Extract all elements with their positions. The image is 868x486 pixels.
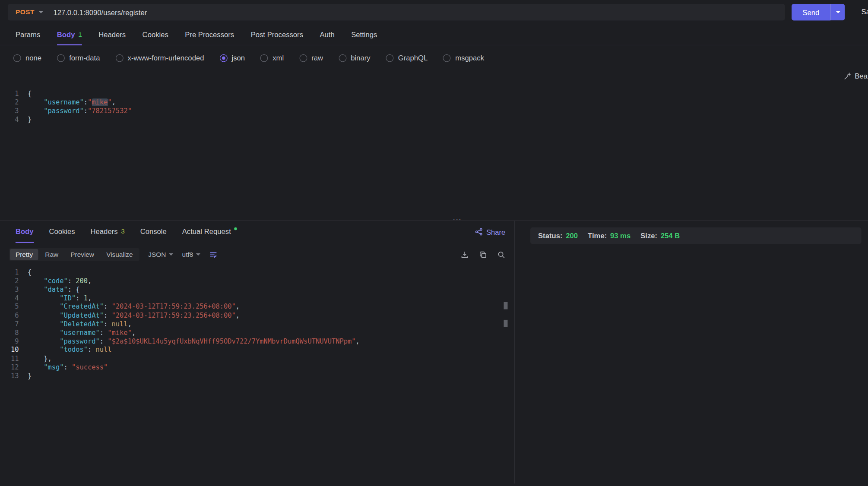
line-number: 7 (0, 320, 19, 329)
request-bar: POST 127.0.0.1:8090/users/register Send … (0, 0, 868, 24)
tab-label: Cookies (49, 227, 75, 235)
api-client-window: POST 127.0.0.1:8090/users/register Send … (0, 0, 868, 486)
code-line: "CreatedAt": "2024-03-12T17:59:23.256+08… (28, 303, 514, 312)
beautify-icon (844, 72, 852, 80)
line-number: 13 (0, 372, 19, 381)
code-token: : (104, 312, 112, 319)
body-type-json[interactable]: json (219, 54, 245, 62)
tab-settings[interactable]: Settings (351, 24, 377, 45)
size-value: 254 B (661, 231, 680, 240)
tab-label: Pre Processors (185, 30, 234, 38)
time-value: 93 ms (610, 231, 630, 240)
radio-icon (260, 54, 268, 62)
radio-icon (299, 54, 307, 62)
line-number: 11 (0, 355, 19, 363)
code-token: } (28, 116, 32, 123)
beautify-button[interactable]: Beautify (844, 72, 868, 80)
code-token: , (132, 329, 136, 337)
code-line: }, (28, 355, 514, 363)
radio-label: none (25, 54, 41, 62)
code-token: "CreatedAt" (60, 303, 104, 311)
response-tab-actual-request[interactable]: Actual Request (182, 221, 237, 243)
response-toolbar: PrettyRawPreviewVisualize JSON utf8 (9, 246, 506, 262)
code-token: : (100, 338, 108, 345)
search-icon[interactable] (497, 250, 505, 259)
body-type-none[interactable]: none (13, 54, 41, 62)
body-type-raw[interactable]: raw (299, 54, 323, 62)
body-type-options: noneform-datax-www-form-urlencodedjsonxm… (0, 45, 868, 67)
body-type-graphql[interactable]: GraphQL (386, 54, 428, 62)
body-type-form-data[interactable]: form-data (57, 54, 100, 62)
view-mode-preview[interactable]: Preview (65, 249, 99, 260)
download-icon[interactable] (461, 250, 469, 259)
line-number: 4 (0, 116, 19, 124)
format-select[interactable]: JSON (148, 251, 173, 259)
response-tab-cookies[interactable]: Cookies (49, 221, 75, 243)
code-token: "password" (60, 338, 100, 345)
code-token: "data" (44, 286, 68, 293)
tab-body[interactable]: Body1 (57, 24, 82, 45)
tab-label: Console (140, 227, 167, 235)
response-body-viewer[interactable]: 12345678910111213 { "code": 200, "data":… (0, 263, 514, 381)
word-wrap-icon[interactable] (209, 250, 217, 259)
code-line: "data": { (28, 286, 514, 294)
code-token: , (356, 338, 360, 345)
time-label: Time: (588, 231, 607, 240)
response-meta-panel: Status: 200 Time: 93 ms Size: 254 B (515, 221, 868, 483)
response-gutter: 12345678910111213 (0, 268, 28, 381)
chevron-down-icon (169, 253, 173, 256)
size-label: Size: (640, 231, 657, 240)
share-button[interactable]: Share (475, 221, 505, 243)
code-token: : (104, 320, 112, 328)
code-token (28, 346, 60, 354)
tab-auth[interactable]: Auth (320, 24, 334, 45)
tab-post-processors[interactable]: Post Processors (251, 24, 303, 45)
method-selector[interactable]: POST (16, 8, 35, 16)
line-number: 4 (0, 294, 19, 303)
chevron-down-icon[interactable] (39, 11, 43, 13)
radio-label: GraphQL (398, 54, 428, 62)
body-type-x-www-form-urlencoded[interactable]: x-www-form-urlencoded (115, 54, 204, 62)
code-token: "mike" (108, 329, 132, 337)
code-token: "2024-03-12T17:59:23.256+08:00" (112, 312, 236, 319)
view-mode-pretty[interactable]: Pretty (10, 249, 38, 260)
radio-label: xml (272, 54, 284, 62)
charset-select[interactable]: utf8 (182, 251, 200, 259)
code-token: : { (68, 286, 80, 293)
tab-cookies[interactable]: Cookies (143, 24, 168, 45)
code-line: "username": "mike", (28, 329, 514, 338)
line-number: 5 (0, 303, 19, 312)
code-line: } (28, 372, 514, 381)
body-type-xml[interactable]: xml (260, 54, 284, 62)
line-number: 10 (0, 346, 19, 355)
response-tab-headers[interactable]: Headers3 (91, 221, 125, 243)
code-token: "782157532" (88, 107, 132, 115)
line-number: 9 (0, 338, 19, 346)
send-options-button[interactable] (830, 4, 845, 20)
body-type-msgpack[interactable]: msgpack (443, 54, 484, 62)
response-tab-body[interactable]: Body (16, 221, 34, 243)
tab-headers[interactable]: Headers (98, 24, 126, 45)
send-button[interactable]: Send (792, 4, 830, 20)
view-mode-raw[interactable]: Raw (39, 249, 63, 260)
tab-pre-processors[interactable]: Pre Processors (185, 24, 234, 45)
response-tab-console[interactable]: Console (140, 221, 167, 243)
radio-label: raw (311, 54, 323, 62)
code-token (28, 98, 44, 106)
copy-icon[interactable] (479, 250, 487, 259)
request-body-editor[interactable]: Beautify 1234 { "username":"mike", "pass… (0, 67, 868, 220)
line-number: 3 (0, 286, 19, 294)
code-token (28, 363, 44, 371)
url-box[interactable]: POST 127.0.0.1:8090/users/register (8, 4, 785, 20)
url-input[interactable]: 127.0.0.1:8090/users/register (53, 8, 147, 16)
view-mode-visualize[interactable]: Visualize (101, 249, 138, 260)
code-token: "code" (44, 277, 68, 285)
format-select-value: JSON (148, 251, 166, 259)
code-token: , (88, 277, 92, 285)
code-token: "username" (60, 329, 100, 337)
tab-label: Body (16, 227, 34, 235)
save-button[interactable]: Save (862, 8, 868, 16)
body-type-binary[interactable]: binary (339, 54, 371, 62)
tab-params[interactable]: Params (16, 24, 40, 45)
line-number: 1 (0, 90, 19, 98)
